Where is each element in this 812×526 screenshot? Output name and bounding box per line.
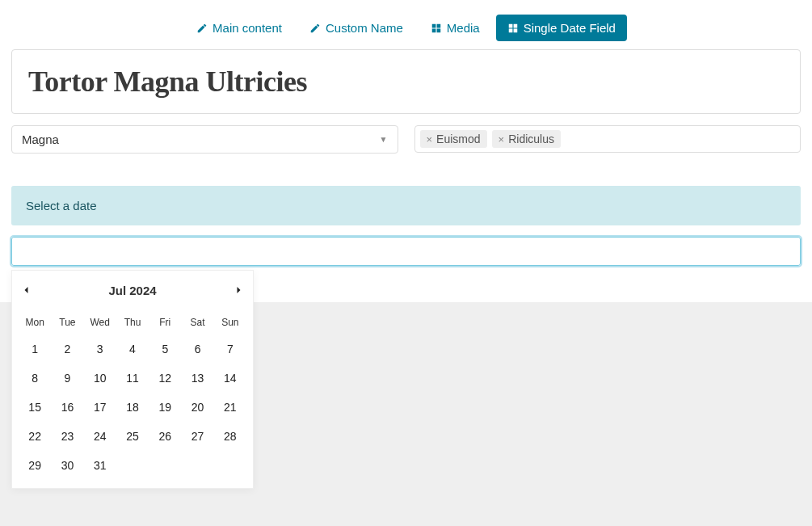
calendar-day[interactable]: 16: [51, 393, 83, 422]
calendar-grid: MonTueWedThuFriSatSun1234567891011121314…: [12, 304, 253, 483]
calendar-day[interactable]: 18: [116, 393, 149, 422]
tag-label: Euismod: [436, 133, 480, 145]
calendar-dow: Wed: [84, 307, 116, 335]
tab-main-content[interactable]: Main content: [185, 15, 293, 41]
tab-label: Single Date Field: [524, 21, 616, 35]
tab-label: Custom Name: [326, 21, 403, 35]
next-month-button[interactable]: [234, 284, 243, 297]
calendar-day: [214, 451, 246, 480]
title-box: Tortor Magna Ultricies: [11, 49, 801, 114]
calendar-day[interactable]: 22: [19, 422, 51, 451]
select-value: Magna: [22, 133, 59, 146]
tag-label: Ridiculus: [508, 133, 554, 145]
calendar-day[interactable]: 12: [149, 364, 181, 393]
calendar-day[interactable]: 7: [214, 335, 246, 364]
calendar-day[interactable]: 15: [19, 393, 51, 422]
calendar-day[interactable]: 4: [116, 335, 149, 364]
calendar-day[interactable]: 17: [84, 393, 116, 422]
calendar-day[interactable]: 26: [149, 422, 181, 451]
calendar-dow: Sat: [181, 307, 213, 335]
calendar-day: [149, 451, 181, 480]
date-input[interactable]: [11, 237, 801, 266]
calendar-day[interactable]: 14: [214, 364, 246, 393]
calendar-dow: Thu: [116, 307, 149, 335]
calendar-day[interactable]: 6: [181, 335, 213, 364]
calendar-day[interactable]: 23: [51, 422, 83, 451]
banner-text: Select a date: [26, 199, 97, 213]
tab-media[interactable]: Media: [419, 15, 491, 41]
calendar-day[interactable]: 30: [51, 451, 83, 480]
calendar-day[interactable]: 5: [149, 335, 181, 364]
tab-single-date-field[interactable]: Single Date Field: [496, 15, 627, 41]
pencil-icon: [196, 23, 208, 34]
calendar-day[interactable]: 8: [19, 364, 51, 393]
close-icon[interactable]: ×: [499, 133, 505, 145]
grid-icon: [507, 23, 519, 34]
tab-bar: Main content Custom Name Media Single Da…: [0, 0, 812, 49]
calendar-dow: Tue: [51, 307, 83, 335]
calendar-month-label[interactable]: Jul 2024: [108, 284, 156, 297]
calendar-day[interactable]: 31: [84, 451, 116, 480]
calendar-day[interactable]: 24: [84, 422, 116, 451]
calendar-day[interactable]: 20: [181, 393, 213, 422]
calendar-dow: Sun: [214, 307, 246, 335]
calendar-day[interactable]: 27: [181, 422, 213, 451]
calendar-day[interactable]: 25: [116, 422, 149, 451]
tag: × Ridiculus: [492, 130, 561, 148]
calendar-day[interactable]: 9: [51, 364, 83, 393]
datepicker-popup: Jul 2024 MonTueWedThuFriSatSun1234567891…: [11, 270, 254, 489]
chevron-right-icon: [234, 285, 243, 295]
calendar-day[interactable]: 2: [51, 335, 83, 364]
close-icon[interactable]: ×: [427, 133, 433, 145]
calendar-day[interactable]: 21: [214, 393, 246, 422]
calendar-day[interactable]: 1: [19, 335, 51, 364]
tab-label: Main content: [212, 21, 282, 35]
page-title: Tortor Magna Ultricies: [28, 65, 784, 99]
calendar-dow: Fri: [149, 307, 181, 335]
calendar-day[interactable]: 29: [19, 451, 51, 480]
category-select[interactable]: Magna ▼: [11, 125, 398, 154]
calendar-day: [116, 451, 149, 480]
tag: × Euismod: [420, 130, 487, 148]
prev-month-button[interactable]: [22, 284, 32, 297]
calendar-dow: Mon: [19, 307, 51, 335]
calendar-day[interactable]: 28: [214, 422, 246, 451]
calendar-day[interactable]: 11: [116, 364, 149, 393]
grid-icon: [431, 23, 442, 34]
calendar-day[interactable]: 10: [84, 364, 116, 393]
chevron-left-icon: [22, 285, 32, 295]
calendar-day[interactable]: 19: [149, 393, 181, 422]
calendar-day[interactable]: 3: [84, 335, 116, 364]
calendar-day: [181, 451, 213, 480]
info-banner: Select a date: [11, 186, 801, 225]
pencil-icon: [309, 23, 321, 34]
tags-input[interactable]: × Euismod × Ridiculus: [414, 125, 801, 153]
calendar-day[interactable]: 13: [181, 364, 213, 393]
tab-label: Media: [447, 21, 480, 35]
chevron-down-icon: ▼: [380, 135, 388, 144]
tab-custom-name[interactable]: Custom Name: [298, 15, 414, 41]
